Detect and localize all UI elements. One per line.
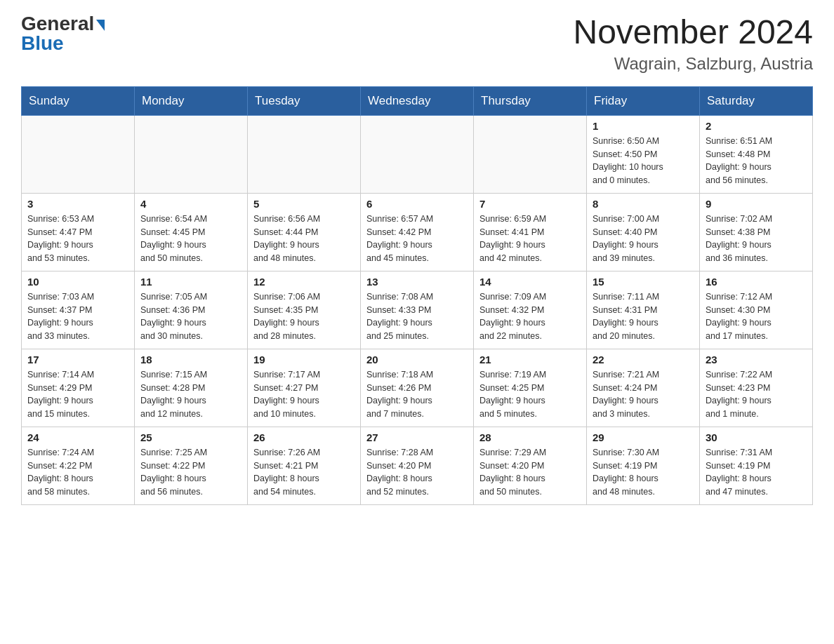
day-info: Sunrise: 6:51 AMSunset: 4:48 PMDaylight:…	[706, 135, 807, 187]
calendar-cell: 22Sunrise: 7:21 AMSunset: 4:24 PMDayligh…	[587, 349, 700, 427]
calendar-cell: 6Sunrise: 6:57 AMSunset: 4:42 PMDaylight…	[361, 193, 474, 271]
week-row-0: 1Sunrise: 6:50 AMSunset: 4:50 PMDaylight…	[22, 115, 813, 193]
calendar-title: November 2024	[573, 14, 813, 51]
day-info: Sunrise: 7:09 AMSunset: 4:32 PMDaylight:…	[479, 290, 581, 343]
day-number: 23	[706, 354, 807, 365]
day-number: 12	[253, 276, 355, 288]
calendar-cell: 1Sunrise: 6:50 AMSunset: 4:50 PMDaylight…	[587, 115, 700, 193]
calendar-cell: 12Sunrise: 7:06 AMSunset: 4:35 PMDayligh…	[248, 271, 361, 349]
day-info: Sunrise: 7:30 AMSunset: 4:19 PMDaylight:…	[593, 446, 694, 499]
calendar-cell: 24Sunrise: 7:24 AMSunset: 4:22 PMDayligh…	[22, 427, 135, 504]
calendar-cell: 21Sunrise: 7:19 AMSunset: 4:25 PMDayligh…	[474, 349, 587, 427]
calendar-cell	[474, 115, 587, 193]
calendar-subtitle: Wagrain, Salzburg, Austria	[573, 54, 813, 74]
day-number: 29	[593, 431, 694, 443]
day-info: Sunrise: 6:50 AMSunset: 4:50 PMDaylight:…	[593, 135, 694, 187]
week-row-3: 17Sunrise: 7:14 AMSunset: 4:29 PMDayligh…	[22, 349, 813, 427]
calendar-cell: 4Sunrise: 6:54 AMSunset: 4:45 PMDaylight…	[135, 193, 248, 271]
calendar-cell: 9Sunrise: 7:02 AMSunset: 4:38 PMDaylight…	[700, 193, 813, 271]
day-number: 24	[27, 431, 128, 443]
day-number: 9	[706, 198, 807, 210]
day-number: 20	[366, 354, 468, 365]
day-info: Sunrise: 6:53 AMSunset: 4:47 PMDaylight:…	[27, 213, 128, 265]
day-info: Sunrise: 7:11 AMSunset: 4:31 PMDaylight:…	[593, 290, 694, 343]
week-row-4: 24Sunrise: 7:24 AMSunset: 4:22 PMDayligh…	[22, 427, 813, 504]
day-number: 3	[27, 198, 128, 210]
day-number: 18	[140, 354, 241, 365]
calendar-cell: 7Sunrise: 6:59 AMSunset: 4:41 PMDaylight…	[474, 193, 587, 271]
day-number: 30	[706, 431, 807, 443]
calendar-cell: 3Sunrise: 6:53 AMSunset: 4:47 PMDaylight…	[22, 193, 135, 271]
calendar-table: Sunday Monday Tuesday Wednesday Thursday…	[21, 86, 813, 505]
calendar-cell	[22, 115, 135, 193]
day-number: 19	[253, 354, 355, 365]
day-info: Sunrise: 7:05 AMSunset: 4:36 PMDaylight:…	[140, 290, 241, 343]
header-monday: Monday	[135, 86, 248, 115]
day-number: 21	[479, 354, 581, 365]
day-info: Sunrise: 6:56 AMSunset: 4:44 PMDaylight:…	[253, 213, 355, 265]
calendar-cell: 19Sunrise: 7:17 AMSunset: 4:27 PMDayligh…	[248, 349, 361, 427]
header-friday: Friday	[587, 86, 700, 115]
calendar-cell: 10Sunrise: 7:03 AMSunset: 4:37 PMDayligh…	[22, 271, 135, 349]
day-number: 15	[593, 276, 694, 288]
calendar-cell: 18Sunrise: 7:15 AMSunset: 4:28 PMDayligh…	[135, 349, 248, 427]
day-number: 10	[27, 276, 128, 288]
day-info: Sunrise: 7:29 AMSunset: 4:20 PMDaylight:…	[479, 446, 581, 499]
day-info: Sunrise: 7:17 AMSunset: 4:27 PMDaylight:…	[253, 368, 355, 421]
logo: General Blue	[21, 14, 105, 53]
header-thursday: Thursday	[474, 86, 587, 115]
header-sunday: Sunday	[22, 86, 135, 115]
page-header: General Blue November 2024 Wagrain, Salz…	[21, 14, 813, 74]
day-number: 8	[593, 198, 694, 210]
day-number: 27	[366, 431, 468, 443]
week-row-1: 3Sunrise: 6:53 AMSunset: 4:47 PMDaylight…	[22, 193, 813, 271]
day-info: Sunrise: 7:12 AMSunset: 4:30 PMDaylight:…	[706, 290, 807, 343]
day-info: Sunrise: 6:57 AMSunset: 4:42 PMDaylight:…	[366, 213, 468, 265]
day-number: 1	[593, 120, 694, 132]
calendar-cell: 14Sunrise: 7:09 AMSunset: 4:32 PMDayligh…	[474, 271, 587, 349]
weekday-header-row: Sunday Monday Tuesday Wednesday Thursday…	[22, 86, 813, 115]
day-info: Sunrise: 7:03 AMSunset: 4:37 PMDaylight:…	[27, 290, 128, 343]
day-number: 14	[479, 276, 581, 288]
calendar-cell	[135, 115, 248, 193]
calendar-cell: 25Sunrise: 7:25 AMSunset: 4:22 PMDayligh…	[135, 427, 248, 504]
calendar-cell	[361, 115, 474, 193]
day-info: Sunrise: 7:18 AMSunset: 4:26 PMDaylight:…	[366, 368, 468, 421]
calendar-cell: 2Sunrise: 6:51 AMSunset: 4:48 PMDaylight…	[700, 115, 813, 193]
day-info: Sunrise: 7:26 AMSunset: 4:21 PMDaylight:…	[253, 446, 355, 499]
day-number: 25	[140, 431, 241, 443]
header-tuesday: Tuesday	[248, 86, 361, 115]
day-info: Sunrise: 7:00 AMSunset: 4:40 PMDaylight:…	[593, 213, 694, 265]
day-number: 17	[27, 354, 128, 365]
day-info: Sunrise: 7:02 AMSunset: 4:38 PMDaylight:…	[706, 213, 807, 265]
calendar-cell: 17Sunrise: 7:14 AMSunset: 4:29 PMDayligh…	[22, 349, 135, 427]
day-number: 11	[140, 276, 241, 288]
day-info: Sunrise: 7:14 AMSunset: 4:29 PMDaylight:…	[27, 368, 128, 421]
day-info: Sunrise: 7:28 AMSunset: 4:20 PMDaylight:…	[366, 446, 468, 499]
day-number: 5	[253, 198, 355, 210]
day-info: Sunrise: 6:54 AMSunset: 4:45 PMDaylight:…	[140, 213, 241, 265]
day-number: 7	[479, 198, 581, 210]
header-saturday: Saturday	[700, 86, 813, 115]
calendar-cell: 15Sunrise: 7:11 AMSunset: 4:31 PMDayligh…	[587, 271, 700, 349]
day-info: Sunrise: 7:08 AMSunset: 4:33 PMDaylight:…	[366, 290, 468, 343]
calendar-cell: 27Sunrise: 7:28 AMSunset: 4:20 PMDayligh…	[361, 427, 474, 504]
day-info: Sunrise: 6:59 AMSunset: 4:41 PMDaylight:…	[479, 213, 581, 265]
header-wednesday: Wednesday	[361, 86, 474, 115]
calendar-cell: 16Sunrise: 7:12 AMSunset: 4:30 PMDayligh…	[700, 271, 813, 349]
week-row-2: 10Sunrise: 7:03 AMSunset: 4:37 PMDayligh…	[22, 271, 813, 349]
day-number: 6	[366, 198, 468, 210]
calendar-cell: 26Sunrise: 7:26 AMSunset: 4:21 PMDayligh…	[248, 427, 361, 504]
day-info: Sunrise: 7:22 AMSunset: 4:23 PMDaylight:…	[706, 368, 807, 421]
calendar-cell: 23Sunrise: 7:22 AMSunset: 4:23 PMDayligh…	[700, 349, 813, 427]
day-info: Sunrise: 7:06 AMSunset: 4:35 PMDaylight:…	[253, 290, 355, 343]
day-info: Sunrise: 7:21 AMSunset: 4:24 PMDaylight:…	[593, 368, 694, 421]
calendar-cell	[248, 115, 361, 193]
calendar-cell: 13Sunrise: 7:08 AMSunset: 4:33 PMDayligh…	[361, 271, 474, 349]
day-number: 16	[706, 276, 807, 288]
day-info: Sunrise: 7:31 AMSunset: 4:19 PMDaylight:…	[706, 446, 807, 499]
calendar-cell: 20Sunrise: 7:18 AMSunset: 4:26 PMDayligh…	[361, 349, 474, 427]
day-info: Sunrise: 7:19 AMSunset: 4:25 PMDaylight:…	[479, 368, 581, 421]
day-number: 2	[706, 120, 807, 132]
day-number: 4	[140, 198, 241, 210]
